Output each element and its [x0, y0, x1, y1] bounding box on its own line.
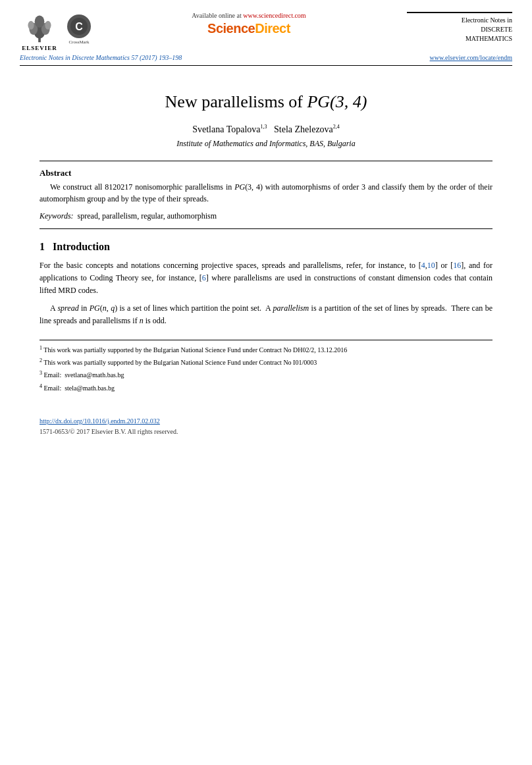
elsevier-label: ELSEVIER [22, 45, 57, 51]
svg-point-5 [45, 21, 51, 30]
abstract-top-divider [40, 161, 492, 161]
endm-top-rule [407, 12, 512, 13]
doi-link[interactable]: http://dx.doi.org/10.1016/j.endm.2017.02… [40, 417, 492, 425]
svg-point-6 [35, 16, 45, 28]
abstract-bottom-divider [40, 228, 492, 229]
header-logos: ELSEVIER C CrossMark [20, 12, 91, 51]
ref-16[interactable]: 16 [453, 261, 461, 270]
main-content: New parallelisms of PG(3, 4) Svetlana To… [0, 66, 532, 408]
section-1-heading: 1 Introduction [40, 241, 492, 253]
elsevier-tree-icon [24, 12, 55, 43]
header: ELSEVIER C CrossMark Available online at… [0, 0, 532, 51]
endm-title: Electronic Notes inDISCRETEMATHEMATICS [462, 16, 512, 43]
elsevier-logo: ELSEVIER [20, 12, 59, 51]
footnote-4: 4 Email: stela@math.bas.bg [40, 382, 492, 393]
journal-info-bar: Electronic Notes in Discrete Mathematics… [0, 51, 532, 61]
keywords: Keywords: spread, parallelism, regular, … [40, 210, 492, 222]
ref-4[interactable]: 4 [421, 261, 425, 270]
journal-citation: Electronic Notes in Discrete Mathematics… [20, 54, 182, 61]
svg-text:C: C [75, 21, 83, 32]
elsevier-url-link[interactable]: www.elsevier.com/locate/endm [430, 54, 512, 61]
footnote-3: 3 Email: svetlana@math.bas.bg [40, 369, 492, 380]
intro-paragraph-2: A spread in PG(n, q) is a set of lines w… [40, 302, 492, 327]
crossmark-logo: C CrossMark [67, 14, 91, 45]
intro-paragraph-1: For the basic concepts and notations con… [40, 259, 492, 298]
crossmark-label: CrossMark [68, 40, 89, 45]
footer: http://dx.doi.org/10.1016/j.endm.2017.02… [0, 417, 532, 436]
sciencedirect-url-link[interactable]: www.sciencedirect.com [243, 12, 306, 19]
sciencedirect-logo-text: ScienceDirect [104, 21, 394, 36]
header-right: Electronic Notes inDISCRETEMATHEMATICS [407, 12, 512, 43]
header-center: Available online at www.sciencedirect.co… [91, 12, 407, 36]
paper-title: New parallelisms of PG(3, 4) [40, 92, 492, 112]
ref-10[interactable]: 10 [427, 261, 435, 270]
abstract-section: Abstract We construct all 8120217 noniso… [40, 168, 492, 222]
page: ELSEVIER C CrossMark Available online at… [0, 0, 532, 765]
footnotes: 1 This work was partially supported by t… [40, 340, 492, 393]
ref-6[interactable]: 6 [202, 273, 206, 282]
crossmark-icon: C [67, 14, 91, 38]
authors: Svetlana Topalova1,3 Stela Zhelezova2,4 [40, 124, 492, 135]
copyright-text: 1571-0653/© 2017 Elsevier B.V. All right… [40, 428, 178, 435]
keywords-label: Keywords: [40, 211, 74, 221]
svg-point-4 [28, 21, 34, 30]
footnote-1: 1 This work was partially supported by t… [40, 344, 492, 355]
abstract-title: Abstract [40, 168, 492, 178]
available-text: Available online at www.sciencedirect.co… [104, 12, 394, 19]
abstract-text: We construct all 8120217 nonisomorphic p… [40, 181, 492, 205]
affiliation: Institute of Mathematics and Informatics… [40, 139, 492, 149]
footnote-2: 2 This work was partially supported by t… [40, 357, 492, 367]
